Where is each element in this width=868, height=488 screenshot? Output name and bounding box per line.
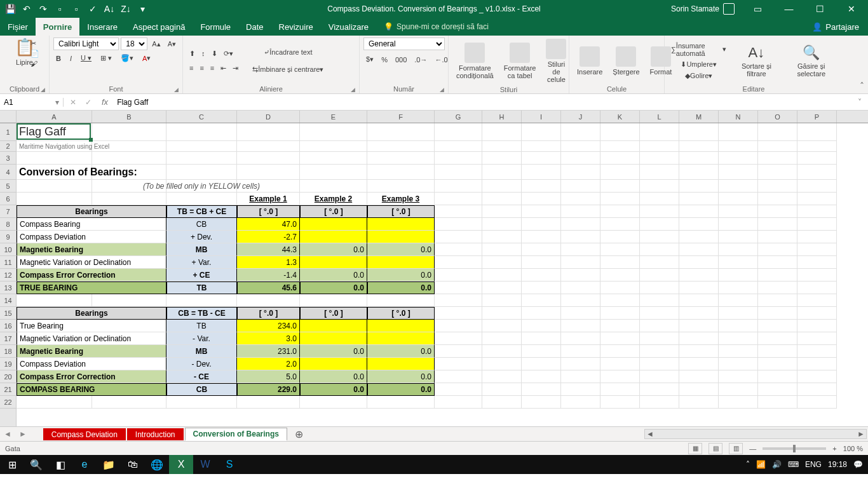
- cell[interactable]: [758, 269, 797, 281]
- cell[interactable]: 44.3: [237, 243, 300, 256]
- cell[interactable]: [482, 256, 522, 269]
- tab-insert[interactable]: Inserare: [79, 18, 125, 36]
- sheet-tab[interactable]: Introduction: [127, 428, 184, 440]
- cell[interactable]: [640, 307, 679, 320]
- col-header[interactable]: L: [640, 111, 679, 123]
- sort-asc-icon[interactable]: A↓: [103, 3, 116, 15]
- cell[interactable]: 0.0: [300, 281, 367, 294]
- cell[interactable]: [758, 383, 797, 396]
- cell[interactable]: [522, 123, 561, 141]
- cell[interactable]: [679, 320, 719, 332]
- cell[interactable]: 231.0: [237, 345, 300, 358]
- tray-expand-icon[interactable]: ˄: [746, 460, 750, 469]
- cell[interactable]: [758, 205, 797, 218]
- cell[interactable]: Compass Error Correction: [17, 370, 166, 383]
- dialog-launcher-icon[interactable]: ◢: [174, 86, 179, 93]
- cell[interactable]: [679, 396, 719, 409]
- cell[interactable]: - Dev.: [166, 358, 237, 370]
- cell[interactable]: [482, 123, 522, 141]
- cell[interactable]: [640, 180, 679, 193]
- tab-review[interactable]: Revizuire: [271, 18, 321, 36]
- cell[interactable]: [561, 193, 600, 205]
- cell[interactable]: [758, 396, 797, 409]
- cell[interactable]: [679, 269, 719, 281]
- cell[interactable]: [300, 332, 367, 345]
- cell[interactable]: [482, 332, 522, 345]
- row-header[interactable]: 13: [0, 281, 16, 294]
- redo-icon[interactable]: ↷: [37, 3, 50, 15]
- cell[interactable]: [758, 218, 797, 231]
- cell[interactable]: [522, 243, 561, 256]
- increase-indent-icon[interactable]: ⇥: [230, 63, 241, 74]
- col-header[interactable]: J: [561, 111, 600, 123]
- cell[interactable]: COMPASS BEARING: [17, 383, 166, 396]
- cell[interactable]: [435, 294, 482, 307]
- cell[interactable]: [237, 180, 300, 193]
- cell[interactable]: MB: [166, 345, 237, 358]
- tab-file[interactable]: Fișier: [0, 18, 36, 36]
- insert-cells-button[interactable]: Inserare: [573, 45, 606, 77]
- cell[interactable]: [797, 281, 837, 294]
- cell[interactable]: [435, 180, 482, 193]
- cell[interactable]: [797, 123, 837, 141]
- cell[interactable]: [600, 205, 640, 218]
- cell[interactable]: [679, 180, 719, 193]
- cell[interactable]: [640, 320, 679, 332]
- wifi-icon[interactable]: 📶: [756, 460, 766, 469]
- cell[interactable]: [17, 294, 92, 307]
- maximize-icon[interactable]: ☐: [806, 0, 834, 18]
- cell[interactable]: Example 2: [300, 193, 367, 205]
- cell[interactable]: 1.3: [237, 256, 300, 269]
- task-view-icon[interactable]: ◧: [48, 455, 72, 474]
- cell[interactable]: [435, 370, 482, 383]
- cell[interactable]: [640, 218, 679, 231]
- cell[interactable]: [797, 358, 837, 370]
- cell[interactable]: [166, 123, 237, 141]
- dialog-launcher-icon[interactable]: ◢: [41, 86, 45, 93]
- cell[interactable]: [435, 123, 482, 141]
- minimize-icon[interactable]: —: [775, 0, 803, 18]
- cell[interactable]: [797, 218, 837, 231]
- cell[interactable]: [758, 180, 797, 193]
- cell[interactable]: [600, 320, 640, 332]
- cell[interactable]: [561, 332, 600, 345]
- cell[interactable]: 3.0: [237, 332, 300, 345]
- col-header[interactable]: K: [600, 111, 640, 123]
- store-icon[interactable]: 🛍: [121, 455, 145, 474]
- cell[interactable]: [435, 307, 482, 320]
- borders-button[interactable]: ⊞ ▾: [98, 53, 114, 64]
- zoom-level[interactable]: 100 %: [843, 445, 863, 452]
- orientation-icon[interactable]: ⟳▾: [221, 48, 236, 59]
- cell[interactable]: [600, 332, 640, 345]
- cell[interactable]: [482, 358, 522, 370]
- cell[interactable]: [92, 141, 166, 152]
- cell[interactable]: [522, 180, 561, 193]
- sort-desc-icon[interactable]: Z↓: [119, 3, 132, 15]
- cell[interactable]: [ °.0 ]: [300, 205, 367, 218]
- cell[interactable]: [679, 358, 719, 370]
- tab-home[interactable]: Pornire: [36, 18, 80, 36]
- cell[interactable]: [679, 218, 719, 231]
- dialog-launcher-icon[interactable]: ◢: [351, 86, 355, 93]
- page-layout-view-icon[interactable]: ▤: [709, 443, 722, 454]
- cell[interactable]: [435, 193, 482, 205]
- cell[interactable]: [679, 370, 719, 383]
- cell[interactable]: [367, 180, 435, 193]
- language-indicator[interactable]: ENG: [805, 460, 822, 469]
- cell[interactable]: [92, 294, 166, 307]
- cell[interactable]: [435, 345, 482, 358]
- cell[interactable]: [797, 180, 837, 193]
- cell[interactable]: [17, 396, 92, 409]
- cut-icon[interactable]: ✂: [31, 39, 39, 48]
- cell[interactable]: [797, 205, 837, 218]
- tell-me-search[interactable]: 💡 Spune-mi ce dorești să faci: [384, 22, 489, 31]
- tab-data[interactable]: Date: [238, 18, 271, 36]
- ribbon-options-icon[interactable]: ▭: [743, 0, 772, 18]
- clear-button[interactable]: ◆ Golire ▾: [668, 71, 729, 81]
- cell[interactable]: Compass Deviation: [17, 231, 166, 243]
- format-painter-icon[interactable]: 🖌: [31, 60, 39, 67]
- cell[interactable]: [166, 396, 237, 409]
- fill-button[interactable]: ⬇ Umplere ▾: [668, 59, 729, 70]
- cell[interactable]: [561, 123, 600, 141]
- cell[interactable]: [640, 165, 679, 180]
